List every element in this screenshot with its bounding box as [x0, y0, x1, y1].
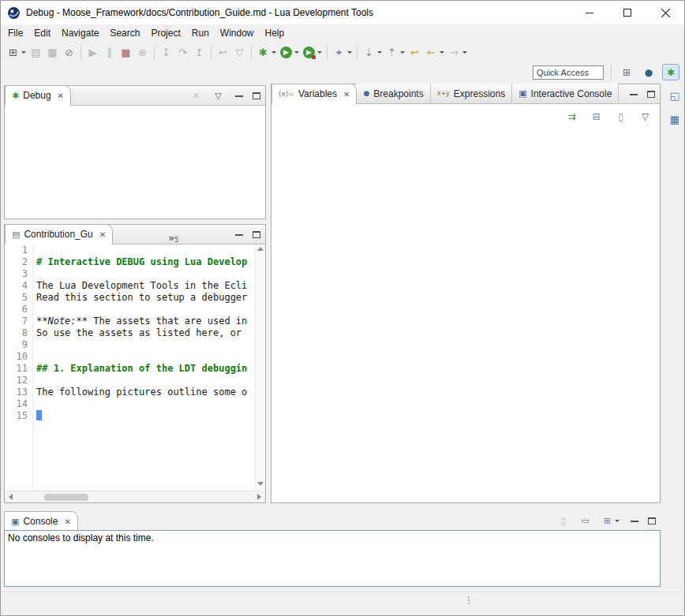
menu-search[interactable]: Search	[104, 26, 145, 40]
minimize-window-button[interactable]	[571, 1, 608, 24]
minimize-view-icon[interactable]	[235, 233, 243, 236]
editor-code[interactable]: # Interactive DEBUG using Lua Develop Th…	[33, 245, 255, 491]
view-menu-button[interactable]: ▽	[637, 108, 653, 125]
editor-line[interactable]: ## 1. Explanation of the LDT debuggin	[36, 363, 255, 375]
dropdown-arrow-icon[interactable]	[347, 51, 352, 54]
open-console-button[interactable]: ⊞	[600, 512, 621, 529]
editor-line[interactable]	[36, 398, 255, 410]
ldt-perspective-button[interactable]: ●	[640, 64, 657, 80]
drop-to-frame-button[interactable]: ↩	[215, 43, 231, 61]
scroll-left-icon[interactable]	[9, 494, 13, 500]
dropdown-arrow-icon[interactable]	[400, 51, 405, 54]
save-button[interactable]: ▤	[28, 43, 44, 61]
editor-line[interactable]: The Lua Development Tools in the Ecli	[36, 280, 255, 292]
run-button[interactable]: ▶	[278, 43, 301, 61]
tab-debug[interactable]: ✱ Debug ✕	[5, 85, 71, 106]
dropdown-arrow-icon[interactable]	[440, 51, 444, 54]
editor-line[interactable]: So use the assets as listed here, or	[36, 327, 255, 339]
scroll-up-icon[interactable]	[257, 247, 264, 251]
collapse-all-button[interactable]: ⊟	[588, 108, 605, 125]
resume-button[interactable]: ▶	[84, 43, 101, 61]
next-annotation-button[interactable]: ⇣	[361, 43, 384, 61]
dropdown-arrow-icon[interactable]	[377, 51, 382, 54]
editor-line[interactable]	[36, 339, 255, 351]
debug-perspective-button[interactable]: ✱	[662, 64, 679, 80]
tab-console[interactable]: ▣ Console ✕	[4, 511, 78, 532]
use-step-filters-button[interactable]: ▽	[231, 43, 248, 61]
editor-horizontal-scrollbar[interactable]	[5, 491, 265, 502]
search-button[interactable]: ⌖	[331, 43, 354, 61]
menu-project[interactable]: Project	[145, 26, 185, 40]
restore-view-button[interactable]: ◱	[666, 88, 683, 104]
editor-line[interactable]	[36, 304, 255, 315]
pin-view-button[interactable]: ▯	[612, 108, 629, 125]
menu-help[interactable]: Help	[260, 26, 290, 40]
more-editors-chevron[interactable]: » 5	[168, 230, 178, 244]
minimize-view-icon[interactable]	[235, 94, 243, 97]
suspend-button[interactable]: ∥	[101, 43, 118, 61]
maximize-view-icon[interactable]	[253, 231, 260, 238]
minimize-view-icon[interactable]	[631, 519, 638, 522]
open-perspective-button[interactable]: ⊞	[618, 64, 635, 80]
dropdown-arrow-icon[interactable]	[271, 51, 276, 54]
tab-variables[interactable]: (x)=Variables✕	[271, 84, 357, 104]
editor-line[interactable]: **Note:** The assets that are used in	[36, 315, 255, 327]
dropdown-arrow-icon[interactable]	[317, 51, 322, 54]
editor-vertical-scrollbar[interactable]	[255, 245, 265, 491]
save-all-button[interactable]: ▦	[44, 43, 61, 61]
forward-button[interactable]: →	[446, 43, 469, 61]
display-selected-console-button[interactable]: ▭	[578, 512, 593, 529]
editor-line[interactable]	[36, 245, 255, 256]
scroll-down-icon[interactable]	[257, 482, 264, 486]
tab-interactive-console[interactable]: ▣Interactive Console	[512, 84, 619, 103]
maximize-view-icon[interactable]	[253, 92, 260, 99]
skip-all-breakpoints-button[interactable]: ⊘	[61, 43, 77, 61]
editor-line[interactable]	[36, 268, 255, 280]
dropdown-arrow-icon[interactable]	[294, 51, 299, 54]
back-button[interactable]: ←	[423, 43, 446, 61]
debug-button[interactable]: ✱	[255, 43, 278, 61]
maximize-window-button[interactable]	[608, 1, 646, 24]
terminate-button[interactable]: ■	[118, 43, 134, 61]
disconnect-button[interactable]: ⊗	[134, 43, 151, 61]
pin-console-button[interactable]: ▯	[556, 512, 571, 529]
scrollbar-thumb[interactable]	[44, 494, 88, 501]
close-tab-icon[interactable]: ✕	[58, 91, 64, 100]
editor-body[interactable]: 123456789101112131415 # Interactive DEBU…	[5, 245, 255, 491]
show-logical-structure-button[interactable]: ⇉	[563, 108, 580, 125]
new-wizard-button[interactable]: ⊞	[5, 43, 28, 61]
step-into-button[interactable]: ↧	[158, 43, 174, 61]
tab-contribution-guide[interactable]: ▤ Contribution_Gu ✕	[5, 224, 113, 245]
menu-edit[interactable]: Edit	[28, 26, 56, 40]
scroll-right-icon[interactable]	[257, 494, 261, 500]
step-return-button[interactable]: ↥	[191, 43, 208, 61]
sash-handle[interactable]	[468, 596, 470, 604]
dropdown-arrow-icon[interactable]	[21, 51, 26, 54]
maximize-view-icon[interactable]	[648, 517, 656, 525]
view-menu-button[interactable]: ▽	[211, 87, 226, 104]
close-tab-icon[interactable]: ✕	[99, 230, 106, 239]
close-tab-icon[interactable]: ✕	[343, 90, 350, 99]
previous-annotation-button[interactable]: ⇡	[384, 43, 406, 61]
editor-line[interactable]	[36, 375, 255, 386]
dropdown-arrow-icon[interactable]	[462, 51, 467, 54]
quick-access-input[interactable]	[533, 65, 604, 80]
tab-expressions[interactable]: x+yExpressions	[431, 84, 513, 103]
editor-line[interactable]	[36, 410, 255, 422]
close-window-button[interactable]	[646, 1, 684, 24]
menu-run[interactable]: Run	[186, 26, 215, 40]
remove-all-terminated-button[interactable]: ✕	[189, 87, 204, 104]
editor-line[interactable]: Read this section to setup a debugger	[36, 292, 255, 304]
close-tab-icon[interactable]: ✕	[64, 517, 70, 526]
last-edit-location-button[interactable]: ↩	[406, 43, 423, 61]
menu-navigate[interactable]: Navigate	[56, 26, 104, 40]
outline-view-button[interactable]: ▦	[666, 111, 683, 128]
maximize-view-icon[interactable]	[647, 91, 655, 98]
console-output[interactable]: No consoles to display at this time.	[4, 530, 661, 587]
run-coverage-button[interactable]: ▶	[301, 43, 324, 61]
tab-breakpoints[interactable]: ●Breakpoints	[357, 84, 430, 103]
menu-window[interactable]: Window	[215, 26, 260, 40]
editor-line[interactable]: The following pictures outline some o	[36, 386, 255, 398]
dropdown-arrow-icon[interactable]	[615, 520, 619, 522]
minimize-view-icon[interactable]	[630, 92, 638, 95]
